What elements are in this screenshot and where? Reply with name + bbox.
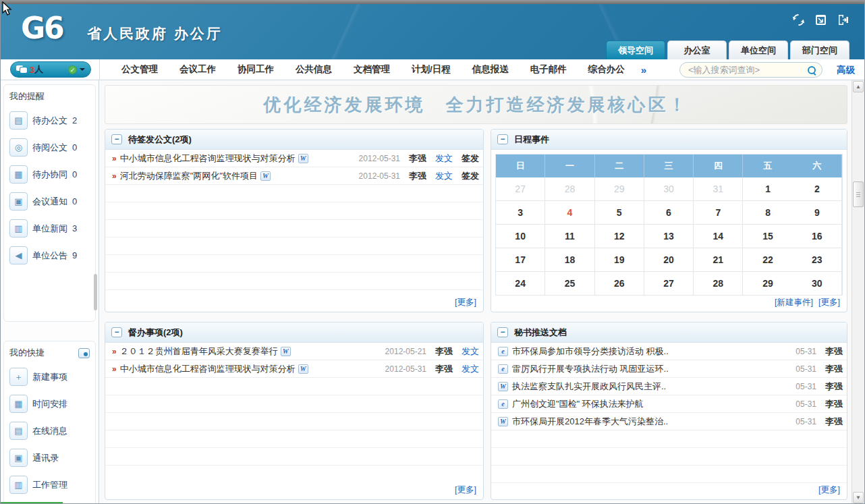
calendar-day[interactable]: 27 [644,272,694,296]
sidebar-item[interactable]: ▤ 在线消息 [9,422,92,440]
calendar-day[interactable]: 7 [694,201,743,225]
menu-item[interactable]: 公共信息 [285,63,343,76]
send-doc-link[interactable]: 发文 [435,170,453,182]
more-link[interactable]: [更多] [455,298,476,307]
calendar-day[interactable]: 14 [694,225,743,248]
customize-shortcuts-icon[interactable] [78,348,90,358]
calendar-day[interactable]: 8 [743,201,792,225]
calendar-day[interactable]: 29 [595,177,644,201]
send-doc-link[interactable]: 发文 [462,363,479,375]
calendar-day[interactable]: 11 [545,225,594,248]
sidebar-item[interactable]: ▥ 工作管理 [9,476,92,494]
menu-item[interactable]: » [636,64,652,76]
menu-item[interactable]: 综合办公 [578,63,636,76]
chat-bubbles-icon [16,65,27,74]
space-tab[interactable]: 领导空间 [606,40,665,59]
document-title[interactable]: 执法监察支队扎实开展政风行风民主评.. [512,381,666,393]
document-title[interactable]: 雷厉风行开展专项执法行动 巩固亚运环.. [512,363,669,375]
calendar-day[interactable]: 30 [644,177,694,201]
collapse-icon[interactable] [497,134,508,144]
document-title[interactable]: ２０１２贵州首届青年风采大赛复赛举行 [120,345,278,358]
calendar-footer-link[interactable]: [新建事件] [775,298,813,307]
sidebar-item[interactable]: ◎ 待阅公文0 [9,138,92,157]
calendar-day[interactable]: 2 [793,177,842,201]
calendar-day[interactable]: 13 [644,225,694,248]
space-tab[interactable]: 单位空间 [729,40,788,59]
scroll-up-icon[interactable]: ▲ [853,81,864,92]
calendar-day[interactable]: 27 [496,177,545,201]
calendar-day[interactable]: 31 [694,177,743,201]
calendar-day[interactable]: 6 [644,201,694,225]
send-doc-link[interactable]: 发文 [435,152,453,165]
more-link[interactable]: [更多] [455,485,476,495]
calendar-day[interactable]: 3 [496,201,545,225]
calendar-day[interactable]: 19 [595,248,644,272]
sidebar-item[interactable]: ▣ 通讯录 [9,449,92,467]
scroll-down-icon[interactable]: ▼ [853,492,864,503]
menu-item[interactable]: 电子邮件 [520,63,578,76]
calendar-day[interactable]: 28 [694,272,743,296]
menu-item[interactable]: 会议工作 [169,63,227,76]
scrollbar-thumb[interactable] [853,181,864,207]
sidebar-item[interactable]: ▥ 单位新闻3 [9,219,92,237]
online-users-button[interactable]: 3 人 [10,61,91,78]
advanced-search-link[interactable]: 高级 [837,64,855,76]
calendar-day[interactable]: 9 [793,201,842,225]
calendar-day[interactable]: 10 [496,225,545,248]
search-input[interactable] [688,65,807,75]
sidebar-item[interactable]: ▣ 会议通知0 [9,192,92,211]
calendar-day[interactable]: 4 [545,201,594,225]
calendar-day[interactable]: 24 [496,272,545,296]
space-tab[interactable]: 办公室 [667,40,727,59]
calendar-day[interactable]: 25 [545,272,594,296]
menu-item[interactable]: 公文管理 [111,63,169,76]
document-title[interactable]: 中小城市信息化工程咨询监理现状与对策分析 [120,363,296,375]
app-header: G6 省人民政府 办公厅 领导空间办公室单位空间部门空间 [1,4,864,59]
calendar-day[interactable]: 26 [595,272,644,296]
menu-item[interactable]: 计划/日程 [401,63,462,76]
calendar-day[interactable]: 16 [793,225,842,248]
window-export-icon[interactable] [814,13,827,26]
space-tab[interactable]: 部门空间 [790,40,849,59]
calendar-day[interactable]: 15 [743,225,792,248]
menu-item[interactable]: 信息报送 [462,63,520,76]
calendar-day[interactable]: 28 [545,177,594,201]
sidebar-item[interactable]: ▤ 待办公文2 [9,111,92,130]
calendar-day[interactable]: 18 [545,248,594,272]
calendar-day[interactable]: 20 [644,248,694,272]
document-title[interactable]: 广州创文迎"国检" 环保执法来护航 [512,398,644,410]
calendar-day[interactable]: 23 [793,248,842,272]
calendar-day[interactable]: 21 [694,248,743,272]
sidebar-item[interactable]: ▦ 时间安排 [9,395,92,413]
sign-issue-link[interactable]: 签发 [462,152,479,165]
calendar-day[interactable]: 5 [595,201,644,225]
calendar-day[interactable]: 29 [743,272,792,296]
logout-icon[interactable] [837,13,849,26]
menu-item[interactable]: 文档管理 [343,63,401,76]
calendar-day[interactable]: 12 [595,225,644,248]
document-title[interactable]: 市环保局开展2012年春季大气污染整治.. [512,416,668,428]
sign-issue-link[interactable]: 签发 [462,170,479,182]
calendar-footer-link[interactable]: [更多] [818,298,840,307]
sidebar-item[interactable]: ◀ 单位公告9 [9,246,92,264]
document-title[interactable]: 中小城市信息化工程咨询监理现状与对策分析 [120,152,296,165]
vertical-scrollbar[interactable]: ▲ ▼ [852,80,864,504]
calendar-day[interactable]: 30 [793,272,842,296]
calendar-day[interactable]: 22 [743,248,792,272]
document-title[interactable]: 市环保局参加市领导分类接访活动 积极.. [512,345,669,358]
calendar-day[interactable]: 1 [743,177,792,201]
document-title[interactable]: 河北劳动保障监察"两网化"软件项目 [120,170,258,182]
collapse-icon[interactable] [111,327,122,337]
calendar-day[interactable]: 17 [496,248,545,272]
menu-item[interactable]: 协同工作 [227,63,285,76]
sidebar-item[interactable]: ＋ 新建事项 [9,368,92,386]
search-icon[interactable] [807,65,816,75]
collapse-icon[interactable] [111,134,122,144]
sidebar-item[interactable]: ▦ 待办协同0 [9,165,92,184]
sidebar-splitter-handle[interactable] [94,274,97,310]
more-link[interactable]: [更多] [818,485,840,495]
collapse-icon[interactable] [497,327,508,337]
chevron-down-icon[interactable] [80,68,85,74]
refresh-icon[interactable] [792,13,805,26]
send-doc-link[interactable]: 发文 [462,345,479,358]
